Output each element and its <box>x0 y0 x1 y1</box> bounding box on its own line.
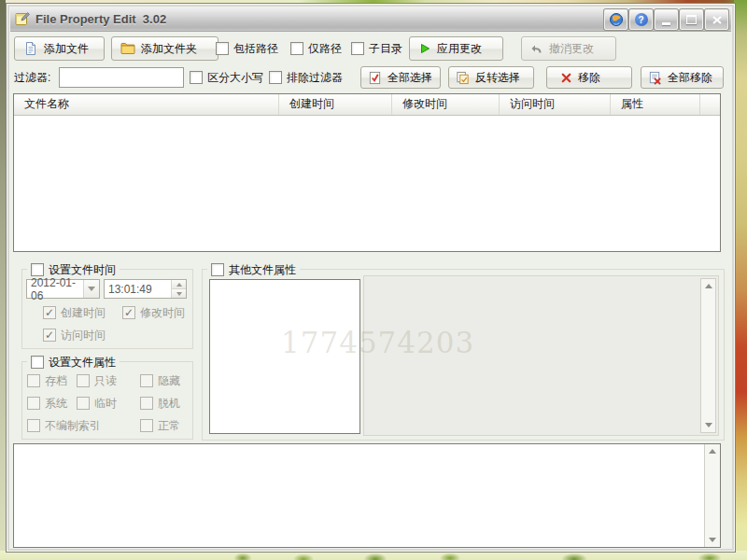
checkbox-box <box>43 329 56 342</box>
date-value: 2012-01-06 <box>27 280 83 298</box>
website-button[interactable] <box>604 9 627 30</box>
other-attr-checkbox[interactable]: 其他文件属性 <box>207 259 300 280</box>
help-glyph: ? <box>638 15 643 25</box>
access-time-label: 访问时间 <box>61 328 106 343</box>
spinner-buttons <box>171 280 186 298</box>
apply-changes-label: 应用更改 <box>437 41 482 57</box>
set-attr-label: 设置文件属性 <box>49 355 116 371</box>
checkbox-box <box>290 42 303 55</box>
file-list: 文件名称 创建时间 修改时间 访问时间 属性 <box>13 93 721 252</box>
exclude-filter-checkbox[interactable]: 排除过滤器 <box>269 66 343 89</box>
include-path-label: 包括路径 <box>233 41 278 57</box>
add-folder-label: 添加文件夹 <box>141 41 197 57</box>
scroll-down-icon[interactable] <box>705 533 720 547</box>
checkbox-box <box>27 374 40 387</box>
archive-checkbox[interactable]: 存档 <box>27 373 67 388</box>
system-checkbox[interactable]: 系统 <box>27 396 67 411</box>
chevron-down-icon[interactable] <box>83 280 99 298</box>
minimize-icon <box>662 22 670 25</box>
checkbox-box <box>122 306 135 319</box>
path-only-label: 仅路径 <box>308 41 342 57</box>
close-icon <box>712 16 722 24</box>
create-time-label: 创建时间 <box>61 305 106 321</box>
add-file-icon <box>23 41 38 56</box>
exclude-filter-label: 排除过滤器 <box>287 70 343 86</box>
date-picker[interactable]: 2012-01-06 <box>26 279 100 299</box>
scroll-up-icon[interactable] <box>701 279 715 293</box>
other-attr-listbox[interactable] <box>209 279 360 434</box>
notepad-pencil-icon <box>15 11 30 26</box>
panel-scrollbar[interactable] <box>700 278 716 433</box>
select-all-button[interactable]: 全部选择 <box>360 66 441 89</box>
select-all-icon <box>368 71 382 85</box>
help-button[interactable]: ? <box>629 9 653 30</box>
invert-selection-label: 反转选择 <box>475 70 520 86</box>
checkbox-box <box>140 397 153 410</box>
log-output[interactable] <box>13 443 721 548</box>
maximize-button[interactable] <box>680 9 703 30</box>
desktop-wallpaper-right <box>734 0 747 560</box>
offline-checkbox[interactable]: 脱机 <box>140 396 180 411</box>
readonly-label: 只读 <box>94 373 117 389</box>
spin-down-icon[interactable] <box>172 288 186 298</box>
other-attr-panel <box>363 275 719 436</box>
modify-time-label: 修改时间 <box>140 305 185 321</box>
subdirectories-checkbox[interactable]: 子目录 <box>351 36 402 61</box>
case-sensitive-checkbox[interactable]: 区分大小写 <box>190 66 263 89</box>
path-only-checkbox[interactable]: 仅路径 <box>290 36 342 61</box>
hidden-label: 隐藏 <box>158 373 180 389</box>
invert-selection-button[interactable]: 反转选择 <box>448 66 534 89</box>
remove-label: 移除 <box>578 70 600 86</box>
modify-time-checkbox[interactable]: 修改时间 <box>122 305 185 320</box>
column-header-attributes[interactable]: 属性 <box>611 94 700 115</box>
include-path-checkbox[interactable]: 包括路径 <box>216 36 278 61</box>
column-header-filename[interactable]: 文件名称 <box>14 94 279 115</box>
hidden-checkbox[interactable]: 隐藏 <box>140 373 180 388</box>
column-header-modified[interactable]: 修改时间 <box>392 94 500 115</box>
column-header-accessed[interactable]: 访问时间 <box>500 94 611 115</box>
column-header-created[interactable]: 创建时间 <box>279 94 392 115</box>
other-attr-label: 其他文件属性 <box>229 262 296 278</box>
remove-x-icon <box>560 72 572 84</box>
app-window: File Property Edit 3.02 ? <box>6 3 736 553</box>
checkbox-box <box>190 71 203 84</box>
scroll-up-icon[interactable] <box>705 444 720 458</box>
log-scrollbar[interactable] <box>704 444 720 547</box>
checkbox-box <box>27 419 40 432</box>
normal-checkbox[interactable]: 正常 <box>140 418 180 433</box>
remove-all-label: 全部移除 <box>668 70 712 86</box>
file-list-body[interactable] <box>14 116 720 251</box>
add-file-button[interactable]: 添加文件 <box>14 36 105 61</box>
remove-all-icon <box>648 71 662 85</box>
add-folder-button[interactable]: 添加文件夹 <box>111 36 218 61</box>
titlebar-buttons: ? <box>604 9 728 30</box>
access-time-checkbox[interactable]: 访问时间 <box>43 328 106 343</box>
set-attr-checkbox[interactable]: 设置文件属性 <box>27 352 120 372</box>
remove-button[interactable]: 移除 <box>546 66 632 89</box>
set-time-group: 设置文件时间 2012-01-06 13:01:49 创建时间 修改时间 访问时… <box>21 269 193 349</box>
remove-all-button[interactable]: 全部移除 <box>641 66 724 89</box>
create-time-checkbox[interactable]: 创建时间 <box>43 305 106 320</box>
apply-changes-button[interactable]: 应用更改 <box>409 36 503 61</box>
temporary-label: 临时 <box>94 396 117 412</box>
checkbox-box <box>351 42 364 55</box>
minimize-button[interactable] <box>655 9 678 30</box>
undo-changes-button[interactable]: 撤消更改 <box>521 36 616 61</box>
checkbox-box <box>27 397 40 410</box>
close-button[interactable] <box>705 9 728 30</box>
subdirectories-label: 子目录 <box>369 41 402 57</box>
temporary-checkbox[interactable]: 临时 <box>77 396 117 411</box>
spin-up-icon[interactable] <box>172 280 186 288</box>
time-spinner[interactable]: 13:01:49 <box>104 279 187 299</box>
file-list-header: 文件名称 创建时间 修改时间 访问时间 属性 <box>14 94 720 116</box>
titlebar[interactable]: File Property Edit 3.02 ? <box>10 7 731 32</box>
invert-selection-icon <box>456 71 470 85</box>
checkbox-box <box>43 306 56 319</box>
readonly-checkbox[interactable]: 只读 <box>77 373 117 388</box>
checkbox-box <box>31 356 44 369</box>
scroll-down-icon[interactable] <box>701 418 715 432</box>
filter-input[interactable] <box>59 67 184 88</box>
help-icon: ? <box>635 13 648 26</box>
not-indexed-checkbox[interactable]: 不编制索引 <box>27 418 101 433</box>
set-attr-group: 设置文件属性 存档 只读 隐藏 系统 临时 脱机 不编制索引 <box>21 361 193 440</box>
